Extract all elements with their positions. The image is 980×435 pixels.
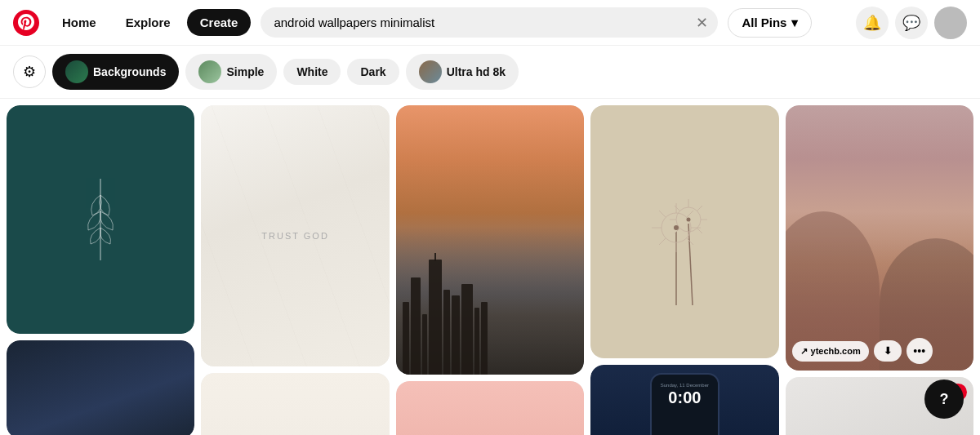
source-label: ytechb.com <box>811 346 861 356</box>
bell-icon: 🔔 <box>863 14 881 32</box>
filter-chip-ultra-hd[interactable]: Ultra hd 8k <box>406 54 519 90</box>
pin-phone-bottom[interactable]: Sunday, 11 December 0:00 <box>590 365 778 435</box>
pin-iphone-3pack[interactable]: 3 iPHONE WALLPAPERS 11:11 11:11 11:11 <box>201 373 389 435</box>
pin-pink-mountain[interactable]: ↗ ytechb.com ⬇ ••• <box>786 105 973 371</box>
pins-grid: Monday 27 June 12:09 ☁ 27°CPartly Cloudy… <box>0 99 980 435</box>
pin-download-button[interactable]: ⬇ <box>874 340 902 362</box>
main-nav: Home Explore Create <box>49 9 251 36</box>
svg-line-3 <box>688 224 693 305</box>
svg-point-22 <box>674 225 679 230</box>
pin-teal-leaf[interactable] <box>7 105 194 334</box>
pin-action-bar: ↗ ytechb.com ⬇ ••• <box>792 338 967 364</box>
white-chip-label: White <box>296 65 327 78</box>
svg-line-21 <box>697 229 702 233</box>
backgrounds-chip-image <box>65 60 88 83</box>
trust-god-text: TRUST GOD <box>261 231 329 241</box>
pin-dandelion[interactable] <box>590 105 778 358</box>
svg-line-19 <box>697 206 702 211</box>
search-bar: android wallpapers minimalist ✕ <box>261 7 718 38</box>
pin-marble-trust[interactable]: TRUST GOD <box>201 105 389 366</box>
pin-nyc-sunset[interactable] <box>396 105 584 375</box>
header-icons: 🔔 💬 <box>856 7 967 39</box>
svg-line-18 <box>675 206 679 211</box>
search-input[interactable]: android wallpapers minimalist <box>261 7 718 38</box>
ultra-hd-chip-image <box>419 60 442 83</box>
svg-line-9 <box>659 211 666 217</box>
all-pins-dropdown[interactable]: All Pins ▾ <box>728 8 812 38</box>
nav-explore[interactable]: Explore <box>113 9 184 36</box>
simple-chip-image <box>198 60 221 83</box>
nav-create[interactable]: Create <box>187 9 252 36</box>
svg-line-10 <box>687 211 693 217</box>
notification-button[interactable]: 🔔 <box>856 7 889 39</box>
pin-more-button[interactable]: ••• <box>906 338 933 364</box>
ultra-hd-chip-label: Ultra hd 8k <box>447 65 506 78</box>
pin-source-badge: ↗ ytechb.com <box>792 341 869 362</box>
filter-bar: ⚙ Backgrounds Simple White Dark Ultra hd… <box>0 46 980 99</box>
filter-chip-backgrounds[interactable]: Backgrounds <box>52 54 179 90</box>
filter-chip-white[interactable]: White <box>283 59 341 85</box>
search-clear-button[interactable]: ✕ <box>696 14 708 32</box>
help-button[interactable]: ? <box>924 380 964 419</box>
pin-dark-ocean[interactable] <box>7 340 194 435</box>
dandelion-svg <box>635 150 733 313</box>
header: Home Explore Create android wallpapers m… <box>0 0 980 46</box>
chevron-down-icon: ▾ <box>791 16 798 30</box>
backgrounds-chip-label: Backgrounds <box>93 65 166 78</box>
external-link-icon: ↗ <box>800 346 808 357</box>
messages-button[interactable]: 💬 <box>895 7 928 39</box>
svg-line-11 <box>659 238 666 245</box>
filter-chip-dark[interactable]: Dark <box>347 59 399 85</box>
question-mark-icon: ? <box>940 391 949 408</box>
dark-chip-label: Dark <box>360 65 385 78</box>
sliders-icon: ⚙ <box>23 63 36 81</box>
filter-chip-simple[interactable]: Simple <box>185 54 277 90</box>
pin-pink-soft[interactable] <box>396 381 584 435</box>
user-avatar[interactable] <box>934 7 967 39</box>
filter-options-button[interactable]: ⚙ <box>13 55 46 88</box>
svg-point-23 <box>687 218 691 222</box>
message-icon: 💬 <box>902 14 920 32</box>
nav-home[interactable]: Home <box>49 9 109 36</box>
pinterest-logo[interactable] <box>13 10 39 36</box>
simple-chip-label: Simple <box>226 65 264 78</box>
all-pins-label: All Pins <box>742 16 786 29</box>
